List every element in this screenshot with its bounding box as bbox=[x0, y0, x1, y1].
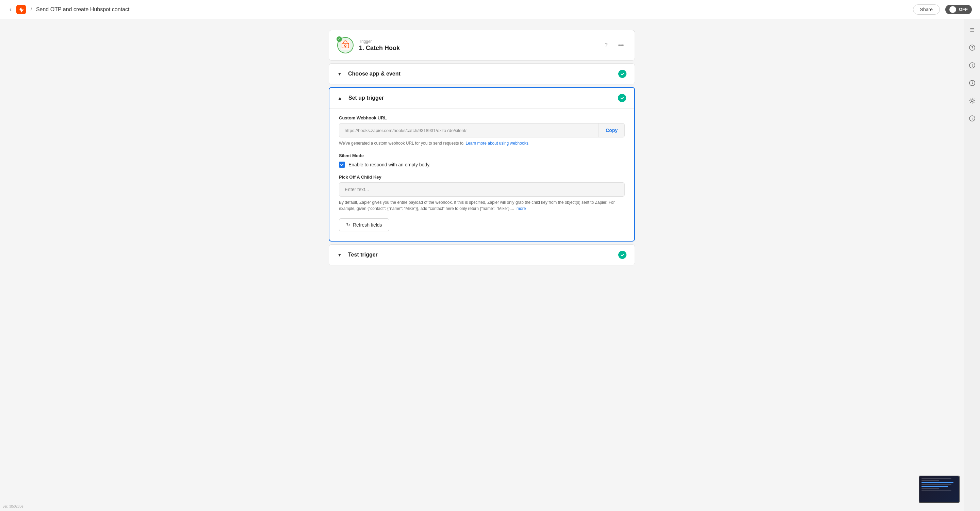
step-header-actions: ? ••• bbox=[601, 40, 627, 51]
choose-app-title: Choose app & event bbox=[348, 71, 614, 77]
toggle-knob bbox=[950, 6, 956, 13]
choose-app-accordion: ▼ Choose app & event bbox=[329, 63, 635, 84]
header-right: Share OFF bbox=[913, 5, 972, 14]
step-icon-wrap: ✓ bbox=[337, 37, 353, 53]
test-trigger-chevron: ▼ bbox=[337, 252, 344, 258]
preview-bar-1 bbox=[921, 482, 953, 483]
editor-panel: ✓ Trigger 1. Catch Hook ? ••• bbox=[329, 30, 635, 265]
info-icon[interactable]: i bbox=[967, 113, 978, 124]
choose-app-check bbox=[618, 70, 627, 78]
webhook-url-field: Custom Webhook URL https://hooks.zapier.… bbox=[339, 115, 625, 146]
help-button[interactable]: ? bbox=[601, 40, 611, 51]
test-trigger-check bbox=[618, 251, 627, 259]
preview-line-5 bbox=[921, 490, 951, 490]
menu-icon[interactable]: ☰ bbox=[967, 24, 978, 35]
svg-text:!: ! bbox=[972, 63, 973, 67]
child-key-field: Pick Off A Child Key By default, Zapier … bbox=[339, 175, 625, 212]
step-header-card: ✓ Trigger 1. Catch Hook ? ••• bbox=[329, 30, 635, 60]
webhook-url-value: https://hooks.zapier.com/hooks/catch/931… bbox=[339, 124, 598, 137]
clock-icon[interactable] bbox=[967, 78, 978, 88]
step-app-icon bbox=[340, 40, 351, 51]
help-circle-icon[interactable]: ? bbox=[967, 42, 978, 53]
logo bbox=[16, 4, 27, 15]
choose-app-chevron: ▼ bbox=[337, 71, 344, 76]
setup-trigger-header[interactable]: ▲ Set up trigger bbox=[329, 88, 634, 108]
preview-thumbnail[interactable] bbox=[919, 476, 959, 503]
setup-trigger-body: Custom Webhook URL https://hooks.zapier.… bbox=[329, 108, 634, 241]
toggle-switch[interactable]: OFF bbox=[945, 5, 972, 14]
more-link[interactable]: more bbox=[517, 206, 526, 211]
refresh-label: Refresh fields bbox=[353, 222, 382, 228]
share-button[interactable]: Share bbox=[913, 5, 940, 14]
refresh-fields-button[interactable]: ↻ Refresh fields bbox=[339, 218, 389, 231]
version-label: ver. 3f50288e bbox=[3, 505, 24, 508]
test-trigger-title: Test trigger bbox=[348, 252, 614, 258]
webhook-helper-link[interactable]: Learn more about using webhooks. bbox=[466, 141, 530, 146]
svg-text:?: ? bbox=[971, 46, 973, 50]
test-trigger-header[interactable]: ▼ Test trigger bbox=[329, 245, 635, 265]
more-options-button[interactable]: ••• bbox=[616, 40, 627, 51]
refresh-icon: ↻ bbox=[346, 222, 350, 228]
webhook-url-label: Custom Webhook URL bbox=[339, 115, 625, 121]
top-header: ‹ / Send OTP and create Hubspot contact … bbox=[0, 0, 980, 19]
silent-mode-checkbox-row: Enable to respond with an empty body. bbox=[339, 162, 625, 168]
back-button[interactable]: ‹ bbox=[8, 5, 13, 14]
setup-trigger-chevron: ▲ bbox=[337, 95, 344, 101]
preview-line-1 bbox=[921, 478, 951, 479]
setup-trigger-title: Set up trigger bbox=[348, 95, 614, 101]
preview-line-2 bbox=[921, 480, 939, 481]
svg-point-8 bbox=[971, 100, 973, 102]
step-name: 1. Catch Hook bbox=[359, 45, 595, 52]
choose-app-header[interactable]: ▼ Choose app & event bbox=[329, 64, 635, 84]
webhook-url-wrap: https://hooks.zapier.com/hooks/catch/931… bbox=[339, 123, 625, 137]
toggle-label: OFF bbox=[959, 7, 968, 12]
setup-trigger-accordion: ▲ Set up trigger Custom Webhook URL http… bbox=[329, 87, 635, 242]
main-content: ✓ Trigger 1. Catch Hook ? ••• bbox=[0, 19, 964, 511]
setup-trigger-check bbox=[618, 94, 626, 102]
silent-mode-label: Silent Mode bbox=[339, 153, 625, 158]
step-type-label: Trigger bbox=[359, 39, 595, 44]
silent-mode-checkbox-label: Enable to respond with an empty body. bbox=[348, 162, 430, 167]
webhook-helper-text: We've generated a custom webhook URL for… bbox=[339, 140, 625, 146]
silent-mode-checkbox[interactable] bbox=[339, 162, 345, 168]
zap-title: Send OTP and create Hubspot contact bbox=[36, 6, 130, 13]
right-sidebar: ☰ ? ! i bbox=[964, 19, 980, 511]
alert-icon[interactable]: ! bbox=[967, 60, 978, 71]
title-separator: / bbox=[30, 7, 32, 12]
svg-text:i: i bbox=[972, 116, 972, 121]
preview-bar-2 bbox=[921, 486, 948, 487]
step-info: Trigger 1. Catch Hook bbox=[359, 39, 595, 52]
preview-line-4 bbox=[921, 488, 939, 489]
header-left: ‹ / Send OTP and create Hubspot contact bbox=[8, 4, 129, 15]
svg-line-7 bbox=[972, 83, 973, 84]
child-key-input[interactable] bbox=[339, 182, 625, 197]
settings-icon[interactable] bbox=[967, 95, 978, 106]
test-trigger-accordion: ▼ Test trigger bbox=[329, 244, 635, 265]
child-key-label: Pick Off A Child Key bbox=[339, 175, 625, 180]
copy-button[interactable]: Copy bbox=[598, 124, 624, 137]
preview-line-3 bbox=[921, 484, 951, 485]
child-key-helper: By default, Zapier gives you the entire … bbox=[339, 199, 625, 212]
step-check-badge: ✓ bbox=[337, 37, 342, 42]
silent-mode-field: Silent Mode Enable to respond with an em… bbox=[339, 153, 625, 168]
preview-inner bbox=[920, 476, 959, 502]
